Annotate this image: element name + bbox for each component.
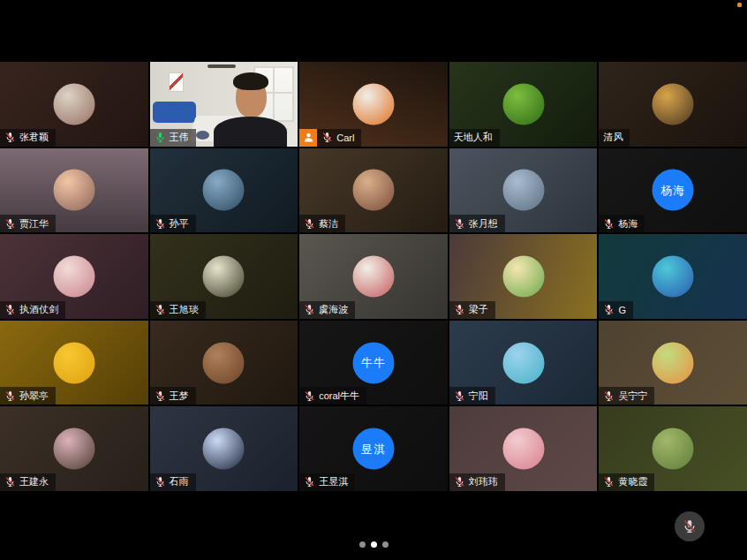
participant-tile[interactable]: Carl — [299, 62, 448, 147]
mic-muted-icon — [155, 218, 166, 230]
participant-name-label: 石雨 — [150, 473, 196, 491]
participant-name: 孙平 — [170, 217, 189, 231]
avatar — [53, 255, 94, 297]
mic-muted-icon — [4, 476, 16, 488]
participant-name-label: 蔡洁 — [299, 215, 345, 232]
participant-tile[interactable]: 杨海 杨海 — [599, 148, 747, 233]
mic-muted-icon — [4, 218, 16, 230]
person-hair — [233, 72, 268, 90]
avatar — [352, 83, 394, 125]
participant-name: G — [618, 305, 626, 315]
avatar — [53, 342, 94, 383]
participant-name-label: 王昱淇 — [299, 473, 355, 491]
participant-name-label: 刘玮玮 — [449, 473, 505, 491]
participant-name-label: 梁子 — [449, 301, 495, 319]
participant-name: 蔡洁 — [319, 217, 338, 231]
participant-name: 黄晓霞 — [618, 475, 647, 488]
mic-muted-icon — [155, 390, 166, 402]
participant-name-label: 执酒仗剑 — [0, 301, 65, 319]
participant-tile[interactable]: 王建永 — [0, 406, 148, 491]
participant-tile[interactable]: 刘玮玮 — [449, 406, 598, 491]
avatar-initials: 昱淇 — [352, 428, 394, 470]
participant-tile[interactable]: 梁子 — [449, 234, 598, 319]
participant-tile[interactable]: 清风 — [599, 62, 747, 147]
mic-muted-icon — [603, 218, 615, 230]
mic-muted-icon — [603, 476, 615, 488]
participant-tile[interactable]: G — [599, 234, 747, 319]
participant-tile[interactable]: 黄晓霞 — [599, 406, 747, 491]
participant-name: 石雨 — [170, 475, 189, 488]
mic-muted-icon — [454, 476, 465, 488]
participant-tile[interactable]: 昱淇 王昱淇 — [299, 406, 448, 491]
participant-name: 虞海波 — [319, 303, 348, 316]
participant-name: 王梦 — [170, 390, 189, 403]
participant-name-label: 黄晓霞 — [599, 473, 654, 491]
participant-tile[interactable]: 孙翠亭 — [0, 321, 148, 405]
avatar — [352, 170, 394, 211]
participant-tile[interactable]: 吴宁宁 — [599, 321, 747, 405]
participant-name-label: 贾江华 — [0, 215, 56, 232]
participant-name-label: 杨海 — [599, 215, 645, 232]
participant-tile[interactable]: 王伟 — [150, 62, 298, 147]
participant-name-label: 王梦 — [150, 387, 196, 405]
participant-name: 梁子 — [469, 303, 488, 316]
participant-tile[interactable]: 执酒仗剑 — [0, 234, 148, 319]
pagination — [0, 541, 747, 548]
avatar — [653, 342, 694, 383]
participant-tile[interactable]: 王梦 — [150, 321, 298, 405]
pagination-dot[interactable] — [382, 541, 389, 548]
avatar — [352, 255, 394, 297]
participant-tile[interactable]: 虞海波 — [299, 234, 448, 319]
video-grid: 张君颖 — [0, 62, 747, 491]
mic-muted-icon — [155, 304, 166, 315]
participant-tile[interactable]: 石雨 — [150, 406, 298, 491]
avatar — [203, 170, 245, 211]
participant-tile[interactable]: 宁阳 — [449, 321, 598, 405]
participant-name-label: 张君颖 — [0, 129, 56, 147]
participant-name: coral牛牛 — [319, 390, 359, 403]
avatar — [203, 342, 245, 383]
meeting-window: 张君颖 — [0, 0, 747, 560]
participant-tile[interactable]: 张君颖 — [0, 62, 148, 147]
mic-muted-icon — [603, 390, 615, 402]
mic-muted-icon — [682, 518, 698, 534]
participant-tile[interactable]: 张月想 — [449, 148, 598, 233]
ceiling-vent — [208, 64, 236, 68]
mic-muted-icon — [304, 304, 315, 315]
participant-name: 天地人和 — [454, 131, 493, 144]
avatar — [53, 170, 94, 211]
participant-name: 清风 — [603, 131, 622, 144]
participant-tile[interactable]: 牛牛 coral牛牛 — [299, 321, 448, 405]
participant-name: 贾江华 — [19, 217, 49, 231]
avatar — [502, 83, 544, 125]
mic-muted-icon — [454, 218, 465, 230]
pagination-dot[interactable] — [359, 541, 366, 548]
sofa — [153, 102, 196, 123]
mute-button[interactable] — [675, 511, 705, 541]
participant-tile[interactable]: 贾江华 — [0, 148, 148, 233]
participant-name-label: 王旭琰 — [150, 301, 206, 319]
participant-name-label: 虞海波 — [299, 301, 355, 319]
pagination-dot[interactable] — [371, 541, 377, 548]
participant-name-label: coral牛牛 — [299, 387, 366, 405]
participant-tile[interactable]: 孙平 — [150, 148, 298, 233]
participant-name: Carl — [336, 132, 354, 143]
participant-tile[interactable]: 蔡洁 — [299, 148, 448, 233]
participant-name: 杨海 — [618, 217, 638, 231]
avatar — [653, 428, 694, 470]
participant-name-label: 王伟 — [150, 129, 196, 147]
avatar — [53, 83, 94, 125]
mic-muted-icon — [304, 218, 315, 230]
mic-muted-icon — [4, 132, 16, 143]
bottom-bar — [0, 491, 747, 560]
participant-tile[interactable]: 天地人和 — [449, 62, 598, 147]
participant-name-label: 清风 — [599, 129, 630, 147]
avatar-initials: 杨海 — [653, 170, 694, 211]
avatar — [203, 428, 245, 470]
participant-name: 王昱淇 — [319, 475, 348, 488]
guest-icon — [299, 129, 317, 147]
participant-tile[interactable]: 王旭琰 — [150, 234, 298, 319]
recording-indicator-icon — [737, 3, 742, 7]
person-body — [214, 117, 288, 146]
avatar — [653, 83, 694, 125]
